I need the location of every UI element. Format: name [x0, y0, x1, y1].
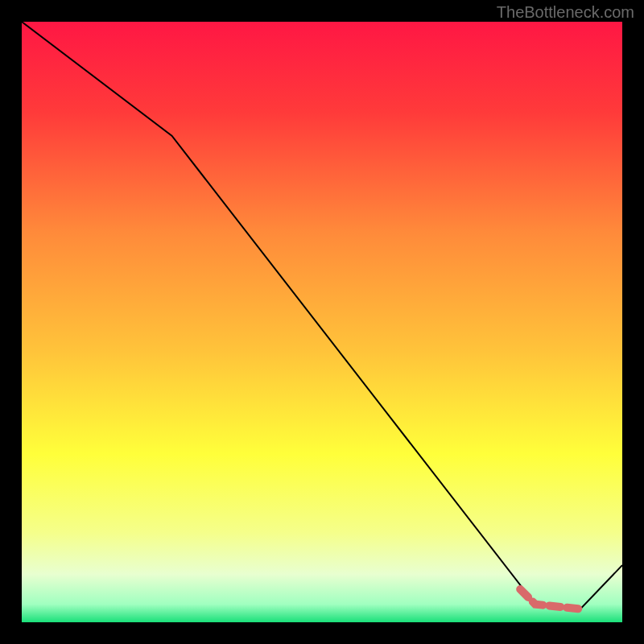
chart-svg: [22, 22, 622, 622]
chart-background: [22, 22, 622, 622]
watermark-text: TheBottleneck.com: [497, 3, 634, 22]
chart-plot-area: [22, 22, 622, 622]
